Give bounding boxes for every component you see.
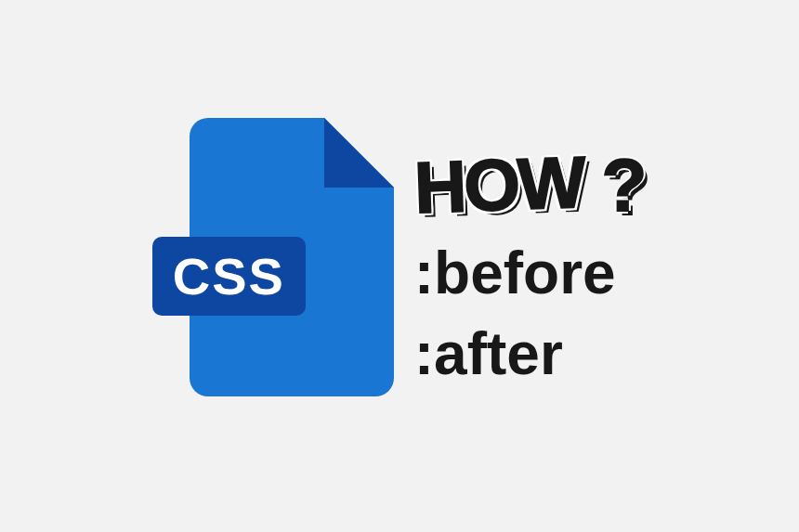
css-badge: CSS xyxy=(152,237,306,316)
before-pseudo: :before xyxy=(414,238,648,309)
main-graphic: CSS HOW ? :before :after xyxy=(152,118,648,415)
how-word: HOW xyxy=(413,140,584,230)
css-file-icon: CSS xyxy=(152,118,394,415)
text-block: HOW ? :before :after xyxy=(414,143,648,390)
heading-line: HOW ? xyxy=(414,143,648,228)
file-corner-fold xyxy=(324,118,394,188)
question-mark: ? xyxy=(601,143,647,228)
after-pseudo: :after xyxy=(414,318,648,390)
